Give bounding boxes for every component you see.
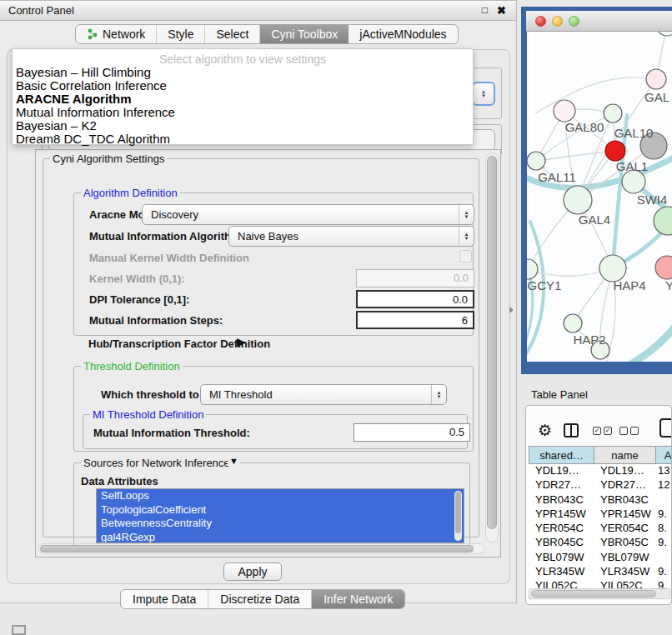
- gear-icon[interactable]: ⚙: [538, 421, 552, 440]
- minimized-window-icon[interactable]: [12, 625, 26, 635]
- table-row[interactable]: YPR145WYPR145W9.: [529, 508, 672, 522]
- algorithm-option[interactable]: Mutual Information Inference: [16, 106, 469, 119]
- control-panel-titlebar[interactable]: Control Panel □ ✖: [0, 1, 516, 21]
- network-node-gcy1[interactable]: [527, 259, 538, 279]
- tab-network-label: Network: [103, 28, 145, 41]
- network-graph: GAL GAL80 GAL10 GAL1 GAL11 SWI4 GAL4 GCY…: [527, 32, 672, 362]
- close-traffic-light-icon[interactable]: [535, 16, 546, 27]
- table-scroll-thumb[interactable]: [531, 590, 656, 598]
- tab-discretize-data[interactable]: Discretize Data: [208, 590, 312, 608]
- aracne-mode-combo[interactable]: Discovery ▲▼: [142, 204, 474, 225]
- network-canvas[interactable]: GAL GAL80 GAL10 GAL1 GAL11 SWI4 GAL4 GCY…: [527, 32, 672, 362]
- tab-network[interactable]: Network: [76, 25, 157, 43]
- mi-steps-label: Mutual Information Steps:: [89, 314, 223, 327]
- table-row[interactable]: YIL052CYIL052C9.: [529, 579, 672, 588]
- algorithm-placeholder: Select algorithm to view settings: [13, 52, 473, 66]
- network-node-gal1-selected[interactable]: [605, 141, 625, 161]
- network-window-titlebar[interactable]: [526, 11, 672, 32]
- network-icon: [87, 28, 98, 40]
- zoom-traffic-light-icon[interactable]: [569, 16, 579, 27]
- attribute-item[interactable]: BetweennessCentrality: [97, 517, 464, 531]
- algorithm-combo-stepper[interactable]: ▲▼: [472, 82, 495, 106]
- attributes-scroll-thumb[interactable]: [455, 492, 461, 533]
- table-row[interactable]: YDL19…YDL19…13: [529, 464, 672, 478]
- sources-group-title[interactable]: Sources for Network Inference: [81, 457, 233, 469]
- attribute-item[interactable]: SelfLoops: [97, 489, 464, 503]
- column-header-partial[interactable]: A: [655, 447, 672, 463]
- algorithm-option-selected[interactable]: ARACNE Algorithm: [16, 92, 469, 106]
- mi-type-value: Naive Bayes: [229, 230, 459, 242]
- combo-stepper-icon: ▲▼: [431, 385, 446, 404]
- close-window-icon[interactable]: ✖: [497, 4, 506, 17]
- which-threshold-combo[interactable]: MI Threshold ▲▼: [200, 384, 447, 405]
- node-label: GCY1: [528, 278, 562, 292]
- node-label: GAL11: [538, 170, 576, 184]
- mi-threshold-field[interactable]: 0.5: [354, 423, 470, 442]
- cyni-settings-group-title: Cyni Algorithm Settings: [50, 152, 167, 165]
- table-row[interactable]: YBR043CYBR043C: [529, 493, 672, 508]
- algorithm-option[interactable]: Bayesian – K2: [16, 119, 469, 132]
- hub-expand-arrow-icon[interactable]: ▶: [237, 335, 246, 348]
- node-label: GAL1: [616, 159, 648, 173]
- network-node-hap2[interactable]: [564, 314, 582, 332]
- manual-kernel-checkbox[interactable]: [459, 250, 472, 262]
- network-node[interactable]: [656, 32, 672, 36]
- network-node-gal4[interactable]: [564, 186, 592, 214]
- tab-select[interactable]: Select: [205, 25, 260, 43]
- network-node[interactable]: [654, 207, 672, 235]
- table-body: YDL19…YDL19…13 YDR27…YDR27…12 YBR043CYBR…: [529, 464, 672, 588]
- attribute-item[interactable]: TopologicalCoefficient: [97, 503, 464, 518]
- node-label: HAP4: [613, 278, 645, 292]
- manual-kernel-label: Manual Kernel Width Definition: [89, 252, 249, 264]
- column-header-shared-name[interactable]: shared…: [529, 447, 594, 463]
- table-header-row: shared… name A: [529, 446, 672, 464]
- sources-collapse-arrow-icon[interactable]: ▼: [228, 456, 240, 466]
- algorithm-definition-title: Algorithm Definition: [81, 187, 180, 199]
- data-attributes-list[interactable]: SelfLoops TopologicalCoefficient Between…: [96, 488, 464, 543]
- table-row[interactable]: YER054CYER054C8.: [529, 522, 672, 536]
- attribute-item[interactable]: gal4RGexp: [97, 531, 464, 544]
- network-node-gal11[interactable]: [527, 152, 545, 170]
- table-row[interactable]: YBR045CYBR045C9.: [529, 536, 672, 550]
- mi-threshold-definition-group: MI Threshold Definition Mutual Informati…: [83, 414, 468, 449]
- deselect-all-checks-icon[interactable]: [619, 427, 639, 435]
- select-all-checks-icon[interactable]: ✓✓: [593, 427, 612, 435]
- tab-jactivemnodules[interactable]: jActiveMNodules: [349, 25, 457, 43]
- apply-button[interactable]: Apply: [223, 562, 282, 581]
- horizontal-scroll-thumb[interactable]: [40, 545, 474, 552]
- tab-cyni-toolbox[interactable]: Cyni Toolbox: [260, 25, 349, 43]
- threshold-definition-title: Threshold Definition: [81, 360, 183, 372]
- attributes-scrollbar[interactable]: [454, 491, 462, 541]
- network-node-salmon[interactable]: [655, 256, 672, 279]
- settings-vertical-scrollbar[interactable]: [485, 152, 499, 542]
- sources-group: Sources for Network Inference ▼ Data Att…: [73, 462, 470, 546]
- network-node-gal10[interactable]: [604, 104, 622, 122]
- tab-style[interactable]: Style: [157, 25, 205, 43]
- algorithm-option[interactable]: Basic Correlation Inference: [16, 79, 469, 92]
- table-panel-title: Table Panel: [531, 388, 588, 401]
- column-layout-icon[interactable]: [564, 423, 579, 438]
- float-window-icon[interactable]: □: [482, 4, 488, 16]
- vertical-scroll-thumb[interactable]: [487, 156, 497, 529]
- which-threshold-value: MI Threshold: [201, 388, 431, 401]
- mi-type-combo[interactable]: Naive Bayes ▲▼: [228, 226, 474, 247]
- network-node[interactable]: [646, 69, 666, 89]
- table-row[interactable]: YBL079WYBL079W: [529, 551, 672, 565]
- table-row[interactable]: YDR27…YDR27…12: [529, 478, 672, 492]
- algorithm-option[interactable]: Dream8 DC_TDC Algorithm: [16, 132, 469, 146]
- table-horizontal-scrollbar[interactable]: [529, 588, 670, 599]
- mi-steps-field[interactable]: 6: [356, 311, 474, 329]
- new-table-icon[interactable]: [659, 418, 672, 438]
- network-node-swi4[interactable]: [622, 170, 645, 193]
- tab-impute-data[interactable]: Impute Data: [121, 590, 208, 608]
- table-row[interactable]: YLR345WYLR345W9.: [529, 565, 672, 579]
- tab-infer-network[interactable]: Infer Network: [312, 590, 404, 608]
- control-panel-tabstrip: Network Style Select Cyni Toolbox jActiv…: [75, 24, 459, 44]
- table-panel: ⚙ ✓✓ shared… name A YDL19…YDL19…13 YDR27…: [525, 405, 672, 605]
- algorithm-option[interactable]: Bayesian – Hill Climbing: [16, 66, 469, 79]
- minimize-traffic-light-icon[interactable]: [552, 16, 563, 27]
- mi-threshold-definition-title: MI Threshold Definition: [90, 408, 206, 421]
- network-node-gal80[interactable]: [554, 100, 575, 122]
- column-header-name[interactable]: name: [594, 447, 655, 463]
- dpi-tolerance-field[interactable]: 0.0: [356, 290, 474, 308]
